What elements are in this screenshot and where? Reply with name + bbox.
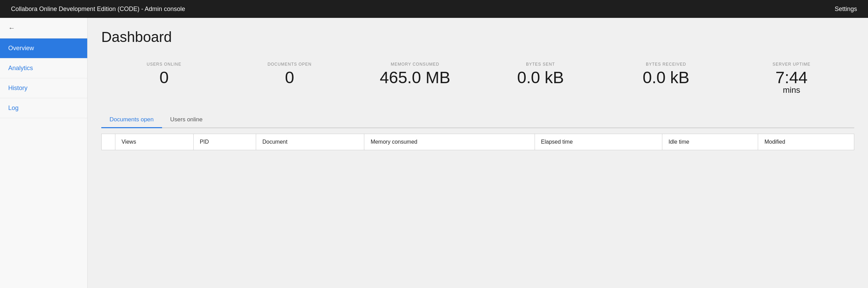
stat-label-memory-consumed: MEMORY CONSUMED [391,62,439,67]
tabs-section: Documents openUsers online ViewsPIDDocum… [101,112,854,150]
table-col-7: Modified [758,134,854,150]
stat-label-bytes-sent: BYTES SENT [526,62,555,67]
table-col-5: Elapsed time [535,134,662,150]
stat-label-users-online: USERS ONLINE [147,62,181,67]
stat-server-uptime: SERVER UPTIME7:44mins [729,58,855,98]
topbar: Collabora Online Development Edition (CO… [0,0,868,18]
sidebar-item-overview[interactable]: Overview [0,38,87,58]
main-content: Dashboard USERS ONLINE0DOCUMENTS OPEN0ME… [88,18,868,288]
table-col-1: Views [115,134,194,150]
tabs-bar: Documents openUsers online [101,112,854,128]
table-col-0 [102,134,115,150]
sidebar-item-analytics[interactable]: Analytics [0,58,87,78]
table-col-4: Memory consumed [364,134,535,150]
sidebar-back-button[interactable]: ← [0,18,87,38]
table-header-row: ViewsPIDDocumentMemory consumedElapsed t… [102,134,854,150]
stat-unit-server-uptime: mins [776,86,808,94]
main-layout: ← OverviewAnalyticsHistoryLog Dashboard … [0,18,868,288]
sidebar-nav: OverviewAnalyticsHistoryLog [0,38,87,118]
stat-bytes-sent: BYTES SENT0.0 kB [478,58,604,98]
table-col-6: Idle time [662,134,758,150]
stats-row: USERS ONLINE0DOCUMENTS OPEN0MEMORY CONSU… [101,58,854,98]
table-col-2: PID [193,134,256,150]
stat-value-documents-open: 0 [285,69,294,86]
table-header: ViewsPIDDocumentMemory consumedElapsed t… [102,134,854,150]
stat-bytes-received: BYTES RECEIVED0.0 kB [603,58,729,98]
settings-link[interactable]: Settings [835,5,857,13]
sidebar-item-history[interactable]: History [0,78,87,98]
documents-table: ViewsPIDDocumentMemory consumedElapsed t… [101,134,854,150]
stat-documents-open: DOCUMENTS OPEN0 [227,58,353,98]
page-title: Dashboard [101,29,854,45]
app-title: Collabora Online Development Edition (CO… [11,5,185,13]
stat-memory-consumed: MEMORY CONSUMED465.0 MB [352,58,478,98]
sidebar-item-log[interactable]: Log [0,98,87,118]
stat-value-bytes-sent: 0.0 kB [517,69,564,86]
sidebar: ← OverviewAnalyticsHistoryLog [0,18,88,288]
table-col-3: Document [256,134,364,150]
stat-value-bytes-received: 0.0 kB [643,69,689,86]
stat-label-server-uptime: SERVER UPTIME [773,62,810,67]
stat-users-online: USERS ONLINE0 [101,58,227,98]
stat-label-bytes-received: BYTES RECEIVED [646,62,686,67]
stat-value-memory-consumed: 465.0 MB [380,69,450,86]
stat-value-users-online: 0 [159,69,169,86]
tab-documents-open[interactable]: Documents open [101,112,162,128]
stat-value-server-uptime: 7:44mins [776,69,808,94]
stat-label-documents-open: DOCUMENTS OPEN [267,62,311,67]
tab-users-online[interactable]: Users online [162,112,211,128]
